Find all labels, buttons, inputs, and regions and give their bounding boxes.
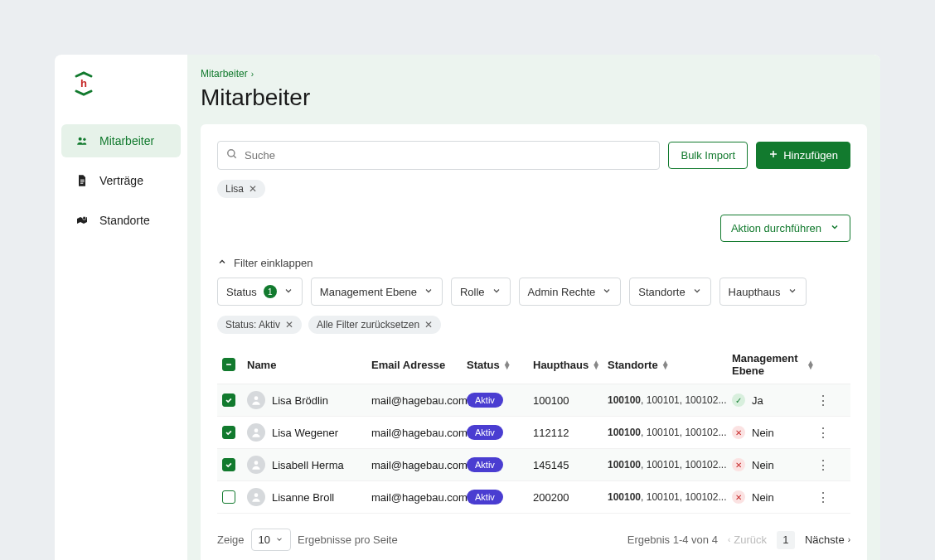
- employee-email: mail@hagebau.com: [371, 427, 467, 439]
- filter-management[interactable]: Management Ebene: [311, 278, 443, 306]
- row-checkbox[interactable]: [222, 393, 235, 407]
- filter-label: Rolle: [460, 286, 485, 298]
- sidebar-item-standorte[interactable]: Standorte: [61, 204, 181, 237]
- chip-label: Alle Filter zurücksetzen: [317, 319, 419, 331]
- svg-point-15: [254, 493, 259, 497]
- row-checkbox[interactable]: [222, 458, 235, 471]
- search-chips: Lisa ✕: [217, 180, 850, 198]
- standorte-value: 100100, 100101, 100102...: [608, 459, 732, 471]
- management-cell: ✕Nein: [732, 490, 815, 504]
- prev-page-button[interactable]: ‹ Zurück: [728, 533, 767, 546]
- sort-icon: ▲▼: [661, 360, 670, 369]
- col-standorte[interactable]: Standorte▲▼: [608, 359, 732, 371]
- filter-label: Standorte: [638, 286, 685, 298]
- close-icon[interactable]: ✕: [424, 319, 433, 331]
- filter-main-house[interactable]: Haupthaus: [719, 278, 807, 306]
- management-cell: ✕Nein: [732, 426, 815, 439]
- name-cell: Lisa Brödlin: [247, 391, 371, 409]
- standorte-value: 100100, 100101, 100102...: [608, 427, 732, 438]
- management-value: Nein: [752, 491, 774, 504]
- search-input[interactable]: [245, 149, 651, 162]
- sidebar-item-label: Mitarbeiter: [99, 134, 154, 147]
- search-icon: [226, 148, 238, 162]
- next-page-button[interactable]: Nächste ›: [805, 533, 850, 546]
- filter-collapse-toggle[interactable]: Filter einklappen: [217, 257, 850, 269]
- chevron-down-icon: [830, 222, 840, 234]
- chevron-right-icon: ›: [251, 70, 254, 79]
- avatar: [247, 391, 265, 409]
- search-input-wrap[interactable]: [217, 141, 660, 170]
- col-haupthaus[interactable]: Haupthaus▲▼: [533, 359, 608, 371]
- check-circle-icon: ✓: [732, 393, 745, 407]
- filter-count-badge: 1: [264, 285, 277, 298]
- table-row: Lisa Wegenermail@hagebau.comAktiv1121121…: [217, 417, 850, 449]
- row-checkbox[interactable]: [222, 490, 235, 504]
- svg-line-8: [234, 156, 236, 158]
- row-checkbox[interactable]: [222, 426, 235, 439]
- employee-name: Lisa Wegener: [272, 427, 338, 439]
- svg-point-13: [254, 428, 259, 432]
- chevron-right-icon: ›: [848, 535, 850, 544]
- row-menu-button[interactable]: ⋮: [815, 490, 831, 505]
- x-circle-icon: ✕: [732, 426, 745, 439]
- avatar: [247, 423, 265, 442]
- plus-icon: [768, 149, 778, 162]
- current-page[interactable]: 1: [777, 531, 795, 549]
- chevron-up-icon: [217, 257, 227, 269]
- search-chip[interactable]: Lisa ✕: [217, 180, 265, 198]
- filter-chip-status[interactable]: Status: Aktiv ✕: [217, 316, 302, 334]
- row-menu-button[interactable]: ⋮: [815, 393, 831, 408]
- employee-email: mail@hagebau.com: [371, 491, 467, 504]
- row-menu-button[interactable]: ⋮: [815, 457, 831, 473]
- bulk-action-dropdown[interactable]: Aktion durchführen: [720, 215, 850, 242]
- chevron-down-icon: [787, 286, 797, 298]
- dropdown-label: Aktion durchführen: [731, 222, 821, 234]
- close-icon[interactable]: ✕: [285, 319, 293, 331]
- filter-status[interactable]: Status 1: [217, 278, 303, 306]
- avatar: [247, 456, 265, 474]
- table-row: Lisa Brödlinmail@hagebau.comAktiv1001001…: [217, 384, 850, 417]
- employee-table: Name Email Adresse Status▲▼ Haupthaus▲▼ …: [217, 345, 850, 514]
- col-email[interactable]: Email Adresse: [371, 359, 467, 371]
- filter-chip-reset[interactable]: Alle Filter zurücksetzen ✕: [308, 316, 441, 334]
- sidebar-item-verträge[interactable]: Verträge: [61, 164, 181, 197]
- select-all-checkbox[interactable]: [222, 358, 235, 371]
- filter-locations[interactable]: Standorte: [629, 278, 710, 306]
- filter-admin[interactable]: Admin Rechte: [519, 278, 622, 306]
- svg-rect-4: [80, 181, 85, 182]
- standorte-value: 100100, 100101, 100102...: [608, 491, 732, 503]
- col-status[interactable]: Status▲▼: [467, 359, 533, 371]
- row-menu-button[interactable]: ⋮: [815, 425, 831, 441]
- haupthaus-value: 200200: [533, 491, 608, 504]
- filter-role[interactable]: Rolle: [451, 278, 511, 306]
- sort-icon: ▲▼: [503, 360, 511, 369]
- svg-point-1: [79, 138, 82, 141]
- add-button[interactable]: Hinzufügen: [756, 142, 850, 169]
- status-badge: Aktiv: [467, 393, 503, 408]
- breadcrumb[interactable]: Mitarbeiter ›: [201, 68, 867, 80]
- haupthaus-value: 100100: [533, 394, 608, 407]
- sidebar-item-mitarbeiter[interactable]: Mitarbeiter: [61, 124, 181, 157]
- main-content: Mitarbeiter › Mitarbeiter Bulk Import: [187, 55, 880, 560]
- management-cell: ✕Nein: [732, 458, 815, 471]
- x-circle-icon: ✕: [732, 490, 745, 504]
- col-management[interactable]: Management Ebene▲▼: [732, 352, 815, 377]
- col-name[interactable]: Name: [247, 359, 371, 371]
- page-size-select[interactable]: 10: [251, 529, 291, 551]
- status-badge: Aktiv: [467, 457, 503, 472]
- page-title: Mitarbeiter: [201, 84, 867, 111]
- content-panel: Bulk Import Hinzufügen Lisa ✕: [201, 124, 867, 560]
- management-value: Nein: [752, 459, 774, 471]
- app-logo: h: [71, 71, 96, 96]
- employee-name: Lisanne Broll: [272, 491, 334, 504]
- haupthaus-value: 145145: [533, 459, 608, 471]
- chip-label: Lisa: [225, 183, 244, 195]
- filters-row: Status 1 Management Ebene Rolle Admin Re…: [217, 278, 850, 306]
- management-cell: ✓Ja: [732, 393, 815, 407]
- bulk-import-button[interactable]: Bulk Import: [668, 142, 748, 169]
- result-range: Ergebnis 1-4 von 4: [627, 533, 718, 546]
- employee-email: mail@hagebau.com: [371, 459, 467, 471]
- close-icon[interactable]: ✕: [249, 183, 257, 195]
- svg-point-2: [83, 138, 85, 141]
- collapse-label: Filter einklappen: [234, 257, 312, 269]
